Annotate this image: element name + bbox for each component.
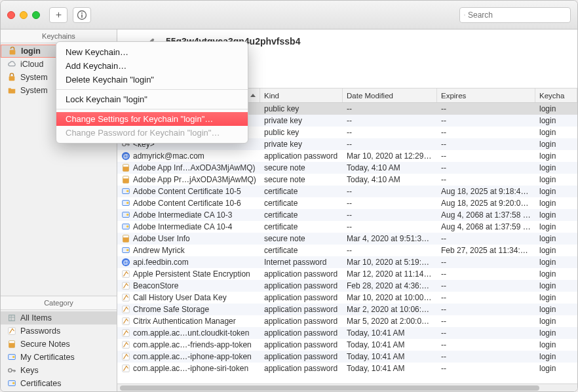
row-keychain: login: [535, 305, 577, 314]
table-row[interactable]: BeaconStoreapplication passwordFeb 28, 2…: [117, 280, 577, 292]
cert-icon: [121, 210, 130, 220]
row-name: com.apple.ac…unt.cloudkit-token: [133, 328, 249, 338]
row-keychain: login: [535, 116, 577, 125]
row-expires: Feb 27, 2025 at 11:34:14…: [437, 246, 535, 255]
add-button[interactable]: ＋: [49, 7, 67, 23]
row-kind: application password: [260, 281, 343, 290]
row-kind: application password: [260, 328, 343, 338]
row-kind: application password: [260, 340, 343, 349]
category-item[interactable]: Secure Notes: [1, 338, 117, 351]
table-row[interactable]: admyrick@mac.comapplication passwordMar …: [117, 150, 577, 162]
row-date: --: [343, 140, 437, 149]
menu-item[interactable]: Add Keychain…: [56, 59, 248, 73]
window-controls: [7, 11, 40, 19]
row-expires: --: [437, 269, 535, 279]
row-expires: --: [437, 116, 535, 125]
zoom-window-button[interactable]: [32, 11, 40, 19]
row-expires: --: [437, 364, 535, 373]
row-kind: certificate: [260, 199, 343, 208]
row-date: --: [343, 104, 437, 113]
cloud-icon: [7, 60, 16, 69]
row-kind: public key: [260, 128, 343, 137]
pw-icon: [121, 305, 130, 314]
category-label: My Certificates: [20, 353, 75, 362]
item-list[interactable]: 4public key----login4private key----logi…: [117, 103, 577, 383]
keychain-label: iCloud: [20, 60, 43, 69]
info-icon: [77, 10, 87, 20]
row-kind: certificate: [260, 210, 343, 220]
menu-item[interactable]: Lock Keychain "login": [56, 92, 248, 106]
table-row[interactable]: Citrix Authentication Managerapplication…: [117, 315, 577, 327]
column-expires[interactable]: Expires: [437, 88, 535, 102]
table-row[interactable]: Adobe User Infosecure noteMar 4, 2020 at…: [117, 233, 577, 245]
allitems-icon: [7, 313, 16, 323]
pw-icon: [7, 326, 16, 336]
table-row[interactable]: Adobe App Inf…AxODA3MjAwMQ)secure noteTo…: [117, 162, 577, 174]
category-item[interactable]: Keys: [1, 364, 117, 377]
table-row[interactable]: Adobe Content Certificate 10-5certificat…: [117, 186, 577, 197]
search-field[interactable]: [459, 7, 571, 23]
row-name: Adobe Intermediate CA 10-3: [133, 210, 232, 220]
scrollbar-thumb[interactable]: [120, 385, 539, 391]
row-date: --: [343, 210, 437, 220]
table-row[interactable]: api.feedbin.comInternet passwordMar 10, …: [117, 256, 577, 268]
category-item[interactable]: Passwords: [1, 324, 117, 338]
row-name: com.apple.ac…-iphone-siri-token: [133, 364, 248, 373]
horizontal-scrollbar[interactable]: [117, 383, 577, 391]
menu-item[interactable]: New Keychain…: [56, 45, 248, 59]
category-item[interactable]: All Items: [1, 311, 117, 324]
row-name: Apple Persistent State Encryption: [133, 269, 250, 279]
table-row[interactable]: com.apple.ac…-iphone-siri-tokenapplicati…: [117, 363, 577, 374]
row-name: Andrew Myrick: [133, 246, 185, 255]
table-row[interactable]: Apple Persistent State Encryptionapplica…: [117, 268, 577, 280]
row-keychain: login: [535, 258, 577, 267]
cert-icon: [7, 379, 16, 388]
menu-item: Change Password for Keychain "login"…: [56, 126, 248, 140]
row-keychain: login: [535, 246, 577, 255]
row-keychain: login: [535, 281, 577, 290]
menu-item[interactable]: Change Settings for Keychain "login"…: [56, 112, 248, 126]
row-keychain: login: [535, 163, 577, 172]
close-window-button[interactable]: [7, 11, 15, 19]
table-row[interactable]: Adobe Intermediate CA 10-3certificate--A…: [117, 209, 577, 221]
row-kind: application password: [260, 352, 343, 361]
row-expires: --: [437, 175, 535, 184]
table-row[interactable]: Adobe Content Certificate 10-6certificat…: [117, 197, 577, 209]
menu-item[interactable]: Delete Keychain "login": [56, 73, 248, 87]
cert-icon: [7, 353, 16, 362]
row-date: Mar 10, 2020 at 10:00:12…: [343, 293, 437, 302]
row-date: --: [343, 187, 437, 196]
info-button[interactable]: [73, 7, 91, 23]
row-expires: --: [437, 340, 535, 349]
table-row[interactable]: Chrome Safe Storageapplication passwordM…: [117, 304, 577, 315]
row-date: Mar 2, 2020 at 10:06:18…: [343, 305, 437, 314]
row-keychain: login: [535, 328, 577, 338]
search-input[interactable]: [468, 10, 566, 20]
row-expires: --: [437, 281, 535, 290]
table-row[interactable]: com.apple.ac…unt.cloudkit-tokenapplicati…: [117, 327, 577, 339]
category-item[interactable]: Certificates: [1, 377, 117, 390]
table-row[interactable]: Adobe Intermediate CA 10-4certificate--A…: [117, 221, 577, 233]
titlebar: ＋: [1, 1, 577, 29]
column-kind[interactable]: Kind: [260, 88, 343, 102]
row-expires: --: [437, 151, 535, 161]
row-date: Mar 4, 2020 at 9:51:35 PM: [343, 234, 437, 243]
row-expires: --: [437, 258, 535, 267]
table-row[interactable]: com.apple.ac…-friends-app-tokenapplicati…: [117, 339, 577, 351]
pw-icon: [121, 340, 130, 349]
row-expires: --: [437, 352, 535, 361]
row-keychain: login: [535, 210, 577, 220]
table-row[interactable]: Call History User Data Keyapplication pa…: [117, 292, 577, 304]
table-row[interactable]: Andrew Myrickcertificate--Feb 27, 2025 a…: [117, 245, 577, 256]
minimize-window-button[interactable]: [20, 11, 28, 19]
row-date: --: [343, 116, 437, 125]
category-label: All Items: [20, 313, 52, 323]
column-keychain[interactable]: Keycha: [535, 88, 577, 102]
category-item[interactable]: My Certificates: [1, 351, 117, 364]
table-row[interactable]: com.apple.ac…-iphone-app-tokenapplicatio…: [117, 351, 577, 363]
table-row[interactable]: Adobe App Pr…jAxODA3MjAwMQ)secure noteTo…: [117, 174, 577, 186]
key-icon: [7, 366, 16, 375]
category-header: Category: [1, 296, 117, 310]
column-date-modified[interactable]: Date Modified: [343, 88, 437, 102]
keychain-label: System: [20, 86, 48, 95]
